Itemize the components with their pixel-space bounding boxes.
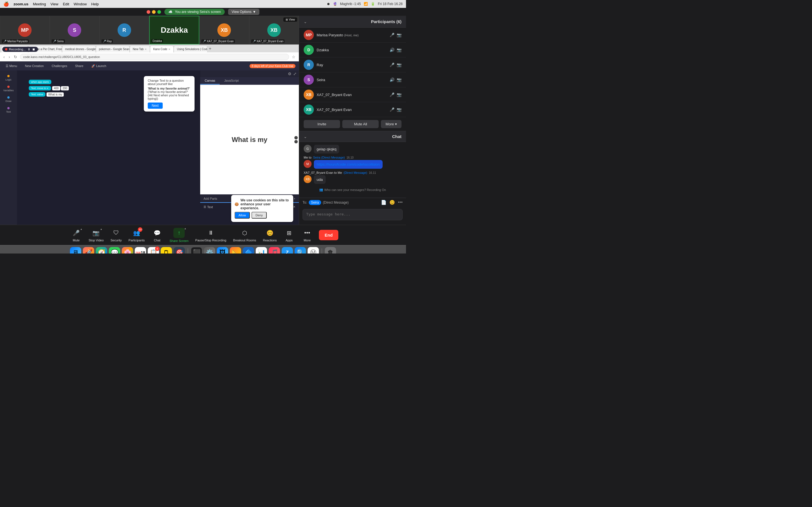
dock-terminal[interactable]: ⬛ (191, 247, 202, 254)
menu-edit[interactable]: Edit (63, 2, 69, 6)
toolbar-chat[interactable]: 💬 Chat (149, 227, 165, 244)
toolbar-mute[interactable]: 🎤 ▲ Mute (68, 227, 85, 244)
kano-sidebar-draw[interactable]: Draw (2, 95, 15, 104)
block-text-value[interactable]: Text: value (29, 92, 45, 97)
participant-dzakka[interactable]: D Dzakka 🔊 📷 (299, 43, 406, 57)
tab-newtab[interactable]: New Tab ✕ (130, 46, 150, 52)
menu-view[interactable]: View (50, 2, 58, 6)
fullscreen-button[interactable] (157, 10, 161, 14)
menu-meeting[interactable]: Meeting (33, 2, 46, 6)
add-parts-icon[interactable]: + (294, 197, 296, 200)
kano-blocks-area[interactable]: when app starts Text: move to x: 400 200… (17, 70, 200, 225)
url-bar[interactable]: code.kano.me/challenge/CLU805/CLU805_03_… (20, 54, 289, 60)
end-button[interactable]: End (319, 230, 338, 240)
file-icon[interactable]: 📄 (381, 200, 387, 205)
dock-system-prefs[interactable]: ⚙️ (204, 247, 215, 254)
participant-marisa[interactable]: MP Marisa Paryasto (Host, me) 🎤 📷 (299, 27, 406, 43)
dock-artboard[interactable]: 📐 (230, 247, 241, 254)
dock-photos[interactable]: 🌸 (122, 247, 133, 254)
kano-sidebar-text[interactable]: Text (2, 106, 15, 114)
menu-window[interactable]: Window (73, 2, 87, 6)
dock-zoom[interactable]: Z (282, 247, 293, 254)
menu-help[interactable]: Help (91, 2, 99, 6)
tab-close-icon[interactable]: ✕ (168, 48, 170, 51)
dock-reminders[interactable]: 📋 5 (148, 247, 159, 254)
toolbar-apps[interactable]: ⊞ Apps (281, 227, 297, 244)
dock-preview[interactable]: 🖼 (217, 247, 228, 254)
toolbar-pause-recording[interactable]: ⏸ Pause/Stop Recording (193, 227, 229, 244)
app-name[interactable]: zoom.us (13, 2, 29, 6)
tab-simulations[interactable]: Using Simulations | CodeHS (174, 46, 207, 52)
tab-pokemon2[interactable]: pokemon - Google Search (96, 46, 130, 52)
scroll-down[interactable] (294, 140, 298, 144)
toolbar-participants[interactable]: 👥 6 ▲ Participants (126, 227, 147, 244)
toolbar-security[interactable]: 🛡 Security (108, 227, 124, 244)
back-button[interactable]: ‹ (2, 54, 6, 60)
hourofcode-link[interactable]: https://hourofcode.com/codehscollision (317, 162, 380, 166)
view-options-button[interactable]: View Options ▼ (228, 9, 259, 15)
dock-launchpad[interactable]: 🚀 (83, 247, 94, 254)
participant-ray[interactable]: R Ray 🎤 📷 (299, 57, 406, 72)
settings-icon[interactable]: ⚙ (288, 71, 292, 76)
new-tab-button[interactable]: + (207, 45, 212, 52)
dock-microsoft[interactable]: Ⓜ (308, 247, 319, 254)
thumbnail-bryant1[interactable]: XB 🎤 XA7_07_Bryant Evan (199, 16, 249, 45)
kano-launch[interactable]: 🚀 Launch (89, 63, 109, 69)
dock-messages[interactable]: 💬 (109, 247, 120, 254)
forward-button[interactable]: › (8, 54, 11, 60)
more-options-icon[interactable]: ••• (398, 200, 403, 205)
to-recipient-pill[interactable]: Seira (309, 200, 321, 205)
thumbnail-seira[interactable]: S 🎤 Seira (50, 16, 99, 45)
toolbar-share-screen[interactable]: ↑ ▲ Share Screen (167, 226, 191, 244)
apple-menu[interactable]: 🍎 (3, 1, 9, 7)
kano-new-creation[interactable]: New Creation (23, 63, 46, 69)
kano-sidebar-logic[interactable]: Logic (2, 74, 15, 82)
emoji-icon[interactable]: 😊 (389, 200, 395, 205)
tab-javascript[interactable]: JavaScript (220, 77, 243, 84)
toolbar-reactions[interactable]: 😊 Reactions (260, 227, 280, 244)
kano-challenges[interactable]: Challenges (49, 63, 69, 69)
view-button[interactable]: ⊞ View (283, 17, 297, 22)
seira-message[interactable]: https://hourofcode.com/codehscollision (314, 160, 383, 169)
tab-kano[interactable]: Kano Code ✕ (150, 46, 174, 52)
participants-collapse-btn[interactable]: ⌄ (304, 19, 307, 24)
mute-all-button[interactable]: Mute All (342, 120, 378, 128)
chat-input[interactable] (303, 209, 403, 220)
minimize-button[interactable] (152, 10, 156, 14)
block-text-content[interactable]: What is my (47, 93, 64, 97)
pause-icon[interactable]: ⏸ (28, 48, 31, 51)
dock-calendar[interactable]: FEB 18 (135, 247, 146, 254)
kano-share[interactable]: Share (73, 63, 86, 69)
dock-proxyman[interactable]: 🔍 (295, 247, 306, 254)
thumbnail-dzakka[interactable]: Dzakka Dzakka (149, 16, 199, 45)
toolbar-more[interactable]: ••• More (299, 227, 315, 244)
participant-xa7-2[interactable]: XB XA7_07_Bryant Evan 🎤 📷 (299, 102, 406, 117)
reload-button[interactable]: ↻ (13, 54, 18, 60)
tab-close-icon[interactable]: ✕ (145, 48, 147, 51)
tab-drones[interactable]: medical drones - Google Sear... (62, 46, 96, 52)
more-button[interactable]: More ▾ (381, 120, 402, 128)
next-button[interactable]: Next (148, 103, 163, 109)
dock-finder[interactable]: 🖥 (70, 247, 81, 254)
text-panel-close[interactable]: ✕ (293, 205, 296, 209)
dock-activity[interactable]: 📊 (256, 247, 267, 254)
block-text-move[interactable]: Text: move to x: (29, 86, 51, 91)
close-button[interactable] (147, 10, 150, 14)
dock-kano[interactable]: 🎯 (174, 247, 185, 254)
block-input-x[interactable]: 400 (52, 86, 60, 91)
toolbar-stop-video[interactable]: 📷 ▲ Stop Video (86, 227, 107, 244)
bookmark-icon[interactable]: ☆ (291, 54, 297, 60)
expand-icon[interactable]: ⤢ (293, 71, 297, 76)
dock-trash[interactable]: 🗑 (325, 247, 336, 254)
dock-notes[interactable]: 🗒 (161, 247, 172, 254)
dock-music[interactable]: 🎵 (269, 247, 280, 254)
dock-safari[interactable]: 🧭 (96, 247, 107, 254)
block-when-app-starts[interactable]: when app starts (29, 80, 51, 84)
thumbnail-ray[interactable]: R 🎤 Ray (100, 16, 149, 45)
toolbar-breakout-rooms[interactable]: ⬡ Breakout Rooms (231, 227, 259, 244)
invite-button[interactable]: Invite (304, 120, 340, 128)
scroll-up[interactable] (294, 136, 298, 139)
cookie-allow-button[interactable]: Allow (235, 212, 250, 219)
dock-codeclub[interactable]: 🔷 (243, 247, 254, 254)
tab-canvas[interactable]: Canvas (200, 77, 220, 84)
